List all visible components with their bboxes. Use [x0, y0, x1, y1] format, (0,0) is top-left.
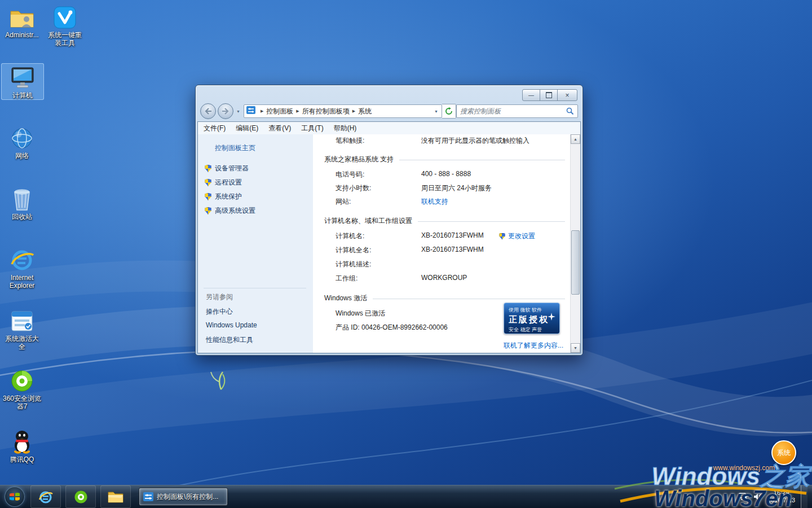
menu-view[interactable]: 查看(V) — [268, 124, 291, 133]
task-label: 控制面板\所有控制... — [157, 492, 218, 502]
desktop-icon-network[interactable]: 网络 — [1, 124, 43, 160]
workgroup-row: 工作组: WORKGROUP — [313, 274, 571, 283]
phone-row: 电话号码: 400 - 888 - 8888 — [313, 170, 571, 179]
sidebar-item-advanced-settings[interactable]: 高级系统设置 — [205, 206, 255, 216]
sidebar-item-performance-tools[interactable]: 性能信息和工具 — [206, 335, 253, 345]
icon-label: Administr... — [1, 31, 43, 39]
tray-expand-icon[interactable]: ▲ — [728, 494, 733, 500]
computer-name-section-heading: 计算机名称、域和工作组设置 — [324, 216, 565, 226]
sprout-graphic — [211, 372, 224, 389]
icon-label: 腾讯QQ — [1, 456, 43, 463]
desktop-icon-recycle-bin[interactable]: 回收站 — [1, 185, 43, 221]
desktop-icon-qq[interactable]: 腾讯QQ — [1, 428, 43, 463]
maximize-button[interactable] — [540, 89, 558, 101]
taskbar: 控制面板\所有控制... ▲ 16:29 2016/7/13 — [0, 485, 812, 508]
desktop-icon-activation-collection[interactable]: 系统激活大 全 — [1, 307, 43, 351]
folder-icon — [108, 490, 123, 503]
qq-penguin-icon — [9, 428, 35, 454]
navigation-bar: ▼ ▶ 控制面板 ▶ 所有控制面板项 ▶ 系统 ▼ — [196, 101, 582, 121]
internet-explorer-icon — [38, 489, 53, 504]
recycle-bin-icon — [9, 185, 35, 211]
back-button[interactable] — [200, 103, 216, 119]
uac-shield-icon — [205, 207, 211, 214]
360-browser-icon — [74, 490, 88, 504]
network-globe-icon — [9, 124, 35, 150]
desktop-icon-computer[interactable]: 计算机 — [1, 63, 44, 100]
show-desktop-button[interactable] — [801, 485, 807, 508]
sidebar-item-control-panel-home[interactable]: 控制面板主页 — [215, 143, 255, 153]
network-tray-icon[interactable] — [739, 493, 748, 501]
address-bar[interactable]: ▶ 控制面板 ▶ 所有控制面板项 ▶ 系统 ▼ — [244, 104, 442, 118]
menu-bar: 文件(F) 编辑(E) 查看(V) 工具(T) 帮助(H) — [198, 122, 580, 135]
window-body: 控制面板主页 设备管理器 远程设置 系统保护 — [198, 134, 580, 353]
clock-date: 2016/7/13 — [767, 497, 795, 504]
see-also-heading: 另请参阅 — [206, 292, 233, 302]
computer-description-row: 计算机描述: — [313, 260, 571, 269]
computer-icon — [10, 64, 36, 90]
recent-pages-dropdown[interactable]: ▼ — [236, 110, 240, 113]
address-dropdown-icon[interactable]: ▼ — [431, 110, 442, 113]
scrollbar-thumb[interactable] — [571, 230, 580, 295]
desktop-icon-administrator[interactable]: Administr... — [1, 3, 43, 39]
breadcrumb-separator[interactable]: ▶ — [350, 109, 358, 113]
icon-label: 360安全浏览 器7 — [1, 395, 43, 410]
taskbar-360-browser-button[interactable] — [65, 485, 96, 508]
breadcrumb-separator[interactable]: ▶ — [293, 109, 302, 113]
uac-shield-icon — [499, 233, 505, 240]
sidebar-item-windows-update[interactable]: Windows Update — [206, 321, 257, 329]
volume-tray-icon[interactable] — [753, 493, 762, 501]
menu-tools[interactable]: 工具(T) — [301, 124, 323, 133]
menu-help[interactable]: 帮助(H) — [334, 124, 357, 133]
breadcrumb-separator[interactable]: ▶ — [258, 109, 266, 113]
360-browser-icon — [9, 367, 35, 393]
vertical-scrollbar[interactable]: ▲ ▼ — [570, 134, 580, 353]
breadcrumb-control-panel[interactable]: 控制面板 — [266, 107, 293, 116]
taskbar-ie-button[interactable] — [30, 485, 61, 508]
sidebar-item-device-manager[interactable]: 设备管理器 — [205, 164, 249, 173]
icon-label: 系统激活大 全 — [1, 335, 43, 351]
desktop-wallpaper: Administr... 系统一键重 装工具 计算机 — [0, 0, 812, 508]
control-panel-icon — [246, 106, 255, 116]
pen-touch-row: 笔和触摸: 没有可用于此显示器的笔或触控输入 — [313, 136, 571, 145]
scroll-up-button[interactable]: ▲ — [571, 134, 580, 144]
activation-status: Windows 已激活 — [336, 309, 385, 318]
support-hours-row: 支持小时数: 周日至周六 24小时服务 — [313, 183, 571, 192]
windows-logo-icon — [9, 491, 20, 502]
desktop-icon-internet-explorer[interactable]: Internet Explorer — [1, 246, 43, 290]
search-input[interactable]: 搜索控制面板 — [456, 104, 578, 118]
breadcrumb-all-items[interactable]: 所有控制面板项 — [302, 107, 350, 116]
system-info-panel: 笔和触摸: 没有可用于此显示器的笔或触控输入 系统之家精品系统 支持 电话号码:… — [313, 134, 571, 353]
uac-shield-icon — [205, 193, 211, 200]
desktop-icon-360-browser[interactable]: 360安全浏览 器7 — [1, 367, 43, 410]
search-icon — [566, 107, 574, 115]
menu-edit[interactable]: 编辑(E) — [236, 124, 258, 133]
refresh-button[interactable] — [442, 104, 456, 119]
sidebar-item-action-center[interactable]: 操作中心 — [206, 307, 233, 317]
computer-fullname-row: 计算机全名: XB-20160713FWHM — [313, 246, 571, 255]
change-settings-link[interactable]: 更改设置 — [499, 231, 535, 241]
taskbar-explorer-button[interactable] — [100, 485, 131, 508]
taskbar-active-task-control-panel[interactable]: 控制面板\所有控制... — [139, 488, 228, 506]
icon-label: 系统一键重 装工具 — [44, 31, 86, 47]
learn-more-link[interactable]: 联机了解更多内容... — [504, 341, 563, 351]
minimize-button[interactable]: — — [522, 89, 540, 101]
online-support-link[interactable]: 联机支持 — [421, 197, 448, 207]
system-tray: ▲ 16:29 2016/7/13 — [728, 485, 812, 508]
support-section-heading: 系统之家精品系统 支持 — [324, 155, 565, 164]
uac-shield-icon — [205, 165, 211, 172]
sidebar-item-remote-settings[interactable]: 远程设置 — [205, 178, 242, 187]
sidebar-item-system-protection[interactable]: 系统保护 — [205, 192, 242, 202]
icon-label: 计算机 — [2, 91, 43, 99]
window-client-area: 文件(F) 编辑(E) 查看(V) 工具(T) 帮助(H) 控制面板主页 设备管… — [197, 121, 581, 353]
scroll-down-button[interactable]: ▼ — [571, 343, 580, 353]
sidebar: 控制面板主页 设备管理器 远程设置 系统保护 — [198, 134, 314, 353]
breadcrumb-system[interactable]: 系统 — [358, 107, 372, 116]
close-button[interactable]: × — [557, 89, 577, 101]
taskbar-clock[interactable]: 16:29 2016/7/13 — [767, 489, 795, 504]
genuine-microsoft-badge[interactable]: 使用 微软 软件 正版授权 安全 稳定 声誉 — [504, 303, 560, 334]
desktop-icon-reinstall-tool[interactable]: 系统一键重 装工具 — [44, 3, 86, 47]
menu-file[interactable]: 文件(F) — [204, 124, 226, 133]
start-button[interactable] — [5, 487, 25, 507]
system-control-panel-window: — × ▼ ▶ 控制面板 — [195, 85, 583, 356]
forward-button[interactable] — [218, 103, 233, 119]
